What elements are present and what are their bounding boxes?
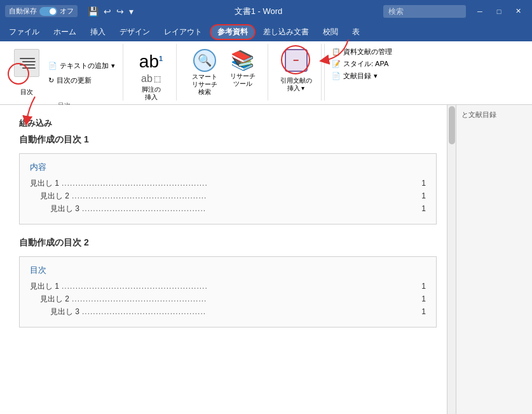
toc-line-3 xyxy=(20,64,35,66)
toc-add-chevron: ▾ xyxy=(111,62,115,70)
autosave-toggle[interactable] xyxy=(39,7,57,16)
document-panel: 組み込み 自動作成の目次 1 内容 見出し 1 ................… xyxy=(0,105,456,414)
right-panel-text: と文献目録 xyxy=(461,111,496,118)
document-content: 組み込み 自動作成の目次 1 内容 見出し 1 ................… xyxy=(0,105,456,414)
ribbon-smart-row: 🔍 スマートリサーチ検索 📚 リサーチツール xyxy=(188,46,259,99)
toc-preview-box-2: 目次 見出し 1 ...............................… xyxy=(19,256,437,328)
toc-entry-2-1: 見出し 1 ..................................… xyxy=(30,281,426,292)
main-area: 組み込み 自動作成の目次 1 内容 見出し 1 ................… xyxy=(0,105,532,414)
ribbon-toc-row: 目次 📄 テキストの追加 ▾ ↻ 目次の更新 xyxy=(10,46,118,99)
scrollbar-thumb[interactable] xyxy=(449,106,455,144)
menu-item-insert[interactable]: 挿入 xyxy=(84,24,112,40)
vertical-scrollbar[interactable] xyxy=(447,105,456,414)
menu-item-design[interactable]: デザイン xyxy=(113,24,156,40)
ribbon-group-citation: − 引用文献の挿入 ▾ xyxy=(271,44,322,100)
footnote-button[interactable]: ab1 ab ⬚ 脚注の挿入 xyxy=(135,49,167,104)
toc-preview-box-1: 内容 見出し 1 ...............................… xyxy=(19,153,437,224)
right-panel: と文献目録 xyxy=(456,105,532,414)
menu-item-review[interactable]: 校閲 xyxy=(317,24,344,40)
footnote-ab-row: ab ⬚ xyxy=(141,73,161,85)
citation-icon: − xyxy=(285,49,308,72)
menu-item-references[interactable]: 参考資料 xyxy=(210,24,256,40)
menu-item-layout[interactable]: レイアウト xyxy=(158,24,208,40)
research-tool-button[interactable]: 📚 リサーチツール xyxy=(226,46,259,90)
toc-line-1 xyxy=(20,58,35,59)
toc-side-buttons: 📄 テキストの追加 ▾ ↻ 目次の更新 xyxy=(46,60,118,86)
ribbon-group-footnote: ab1 ab ⬚ 脚注の挿入 脚注 xyxy=(126,44,177,100)
autosave-label: 自動保存 xyxy=(9,6,37,16)
toc-section2-heading: 自動作成の目次 2 xyxy=(19,237,437,249)
bibliography-icon: 📄 xyxy=(332,72,341,80)
ribbon-group-bibliography: 📋 資料文献の管理 📝 スタイル: APA 📄 文献目録 ▾ xyxy=(324,44,527,100)
research-tool-label: リサーチツール xyxy=(230,72,256,88)
ribbon-group-toc: 目次 📄 テキストの追加 ▾ ↻ 目次の更新 目次 xyxy=(5,44,123,100)
close-button[interactable]: ✕ xyxy=(509,5,527,18)
menu-item-mailings[interactable]: 差し込み文書 xyxy=(257,24,315,40)
bibliography-button[interactable]: 📄 文献目録 ▾ xyxy=(330,71,522,81)
footnote-insert-icon: ⬚ xyxy=(154,74,161,83)
toc-section-2: 自動作成の目次 2 目次 見出し 1 .....................… xyxy=(19,237,437,328)
minimize-button[interactable]: ─ xyxy=(471,5,489,18)
more-icon[interactable]: ▾ xyxy=(129,6,133,17)
footnote-ab2-icon: ab xyxy=(141,73,153,85)
toc-entry-2-2: 見出し 2 ..................................… xyxy=(30,294,426,305)
smart-search-icon: 🔍 xyxy=(193,49,216,72)
manage-sources-icon: 📋 xyxy=(332,48,341,56)
research-tool-icon: 📚 xyxy=(231,49,254,71)
toc-add-text-button[interactable]: 📄 テキストの追加 ▾ xyxy=(46,60,118,72)
toc-line-4 xyxy=(22,67,36,69)
style-label: スタイル: APA xyxy=(343,59,388,69)
bibliography-chevron: ▾ xyxy=(374,72,378,80)
menu-bar: ファイル ホーム 挿入 デザイン レイアウト 参考資料 差し込み文書 校閲 表 xyxy=(0,22,532,41)
menu-item-home[interactable]: ホーム xyxy=(47,24,83,40)
autosave-state: オフ xyxy=(60,6,74,16)
toc-section-1: 組み込み 自動作成の目次 1 内容 見出し 1 ................… xyxy=(19,118,437,224)
footnote-icon: ab1 xyxy=(139,52,163,72)
ribbon-group-smart: 🔍 スマートリサーチ検索 📚 リサーチツール xyxy=(179,44,268,100)
toc-org-label: 組み込み xyxy=(19,118,437,129)
window-controls: ─ □ ✕ xyxy=(471,5,527,18)
toc-entry-1-3: 見出し 3 ..................................… xyxy=(30,204,426,214)
toc-entry-2-3: 見出し 3 ..................................… xyxy=(30,307,426,317)
toc-button-label: 目次 xyxy=(20,88,33,96)
toc-update-label: 目次の更新 xyxy=(57,76,92,85)
style-icon: 📝 xyxy=(332,60,341,68)
manage-sources-button[interactable]: 📋 資料文献の管理 xyxy=(330,46,522,57)
toc-entry-1-1: 見出し 1 ..................................… xyxy=(30,178,426,189)
smart-research-button[interactable]: 🔍 スマートリサーチ検索 xyxy=(188,46,221,99)
toc-add-icon: 📄 xyxy=(48,62,57,70)
maximize-button[interactable]: □ xyxy=(490,5,508,18)
toc-icon-wrapper xyxy=(14,49,39,77)
title-bar: 自動保存 オフ 💾 ↩ ↪ ▾ 文書1 - Word ─ □ ✕ xyxy=(0,0,532,22)
toc-update-button[interactable]: ↻ 目次の更新 xyxy=(46,74,118,86)
title-bar-left: 自動保存 オフ 💾 ↩ ↪ ▾ xyxy=(5,5,133,17)
citation-insert-button[interactable]: − 引用文献の挿入 ▾ xyxy=(276,46,316,95)
undo-icon[interactable]: ↩ xyxy=(104,6,111,17)
footnote-button-label: 脚注の挿入 xyxy=(142,86,161,101)
toc-add-label: テキストの追加 xyxy=(60,61,109,71)
citation-icon-wrapper: − xyxy=(285,49,308,72)
redo-icon[interactable]: ↪ xyxy=(116,6,124,17)
autosave-control[interactable]: 自動保存 オフ xyxy=(5,5,78,17)
toc-line-2 xyxy=(22,61,36,62)
toc-section2-title: 目次 xyxy=(30,265,426,276)
menu-item-file[interactable]: ファイル xyxy=(3,24,46,40)
window-title: 文書1 - Word xyxy=(133,6,383,17)
menu-item-table[interactable]: 表 xyxy=(346,24,366,40)
title-bar-icons: 💾 ↩ ↪ ▾ xyxy=(88,6,133,17)
toc-icon xyxy=(14,49,39,77)
citation-minus-icon: − xyxy=(293,55,299,66)
toc-entry-1-2: 見出し 2 ..................................… xyxy=(30,191,426,202)
ribbon: 目次 📄 テキストの追加 ▾ ↻ 目次の更新 目次 ab1 a xyxy=(0,41,532,105)
toc-section1-title: 内容 xyxy=(30,162,426,173)
manage-sources-label: 資料文献の管理 xyxy=(343,47,392,57)
toc-update-icon: ↻ xyxy=(48,76,54,85)
citation-button-label: 引用文献の挿入 ▾ xyxy=(280,77,312,92)
style-selector[interactable]: 📝 スタイル: APA xyxy=(330,59,522,69)
bibliography-label: 文献目録 xyxy=(343,71,371,81)
toc-button[interactable]: 目次 xyxy=(10,46,43,99)
toc-section1-heading: 自動作成の目次 1 xyxy=(19,134,437,146)
smart-search-label: スマートリサーチ検索 xyxy=(192,73,217,96)
search-input[interactable] xyxy=(383,5,466,18)
save-icon[interactable]: 💾 xyxy=(88,6,99,17)
